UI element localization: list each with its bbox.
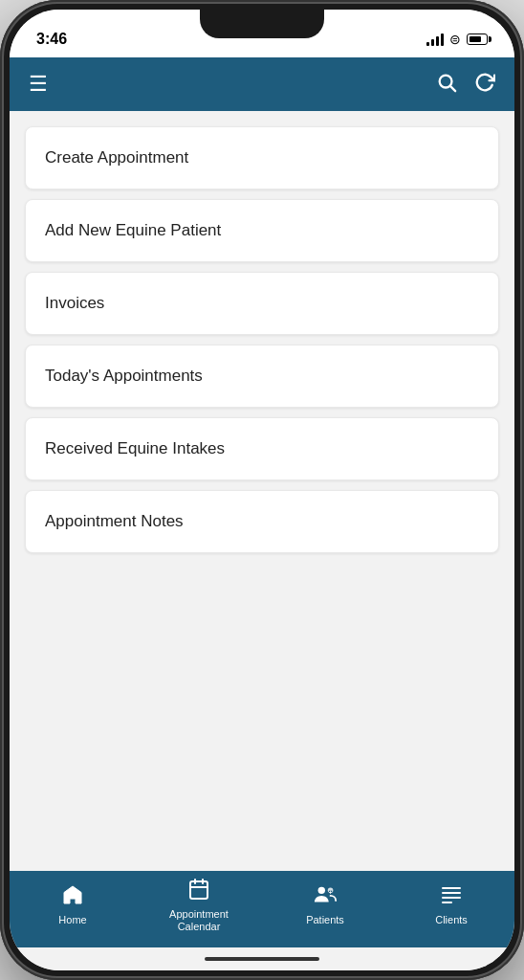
hamburger-menu-icon[interactable]: ☰ bbox=[29, 74, 48, 95]
menu-item-label-create-appointment: Create Appointment bbox=[45, 148, 188, 167]
svg-rect-2 bbox=[190, 881, 207, 899]
menu-item-label-received-equine-intakes: Received Equine Intakes bbox=[45, 439, 225, 457]
menu-item-create-appointment[interactable]: Create Appointment bbox=[25, 126, 499, 189]
nav-item-clients[interactable]: Clients bbox=[388, 883, 514, 926]
menu-item-add-equine-patient[interactable]: Add New Equine Patient bbox=[25, 199, 499, 262]
app-header: ☰ bbox=[10, 57, 514, 111]
bottom-nav: Home AppointmentCalendar bbox=[10, 871, 514, 947]
menu-item-label-todays-appointments: Today's Appointments bbox=[45, 367, 203, 385]
svg-point-6 bbox=[318, 887, 325, 894]
nav-item-home[interactable]: Home bbox=[10, 883, 136, 926]
nav-item-appointment-calendar[interactable]: AppointmentCalendar bbox=[136, 878, 262, 933]
calendar-icon bbox=[187, 878, 210, 904]
nav-item-patients[interactable]: + Patients bbox=[262, 883, 388, 926]
refresh-icon[interactable] bbox=[474, 72, 495, 98]
menu-item-received-equine-intakes[interactable]: Received Equine Intakes bbox=[25, 417, 499, 480]
home-indicator bbox=[10, 947, 514, 970]
status-icons: ⊜ bbox=[426, 32, 488, 47]
menu-item-todays-appointments[interactable]: Today's Appointments bbox=[25, 345, 499, 408]
status-bar: 3:46 ⊜ bbox=[10, 10, 514, 57]
search-icon[interactable] bbox=[436, 72, 457, 98]
notch bbox=[200, 10, 324, 38]
battery-icon bbox=[467, 33, 488, 45]
patients-icon: + bbox=[313, 883, 338, 910]
menu-item-appointment-notes[interactable]: Appointment Notes bbox=[25, 490, 499, 553]
menu-item-label-invoices: Invoices bbox=[45, 294, 104, 312]
nav-label-calendar: AppointmentCalendar bbox=[169, 908, 229, 933]
status-time: 3:46 bbox=[36, 31, 67, 48]
nav-label-patients: Patients bbox=[306, 914, 344, 926]
wifi-icon: ⊜ bbox=[449, 32, 461, 47]
home-icon bbox=[61, 883, 84, 910]
svg-line-1 bbox=[450, 86, 455, 91]
signal-icon bbox=[426, 33, 444, 46]
clients-icon bbox=[440, 883, 463, 910]
nav-label-home: Home bbox=[58, 914, 86, 926]
main-content: Create AppointmentAdd New Equine Patient… bbox=[10, 111, 514, 871]
menu-item-label-appointment-notes: Appointment Notes bbox=[45, 512, 184, 530]
menu-item-invoices[interactable]: Invoices bbox=[25, 272, 499, 335]
nav-label-clients: Clients bbox=[435, 914, 468, 926]
phone-frame: 3:46 ⊜ ☰ bbox=[0, 0, 524, 980]
screen: 3:46 ⊜ ☰ bbox=[10, 10, 514, 970]
svg-text:+: + bbox=[329, 889, 333, 896]
header-actions bbox=[436, 72, 495, 98]
menu-item-label-add-equine-patient: Add New Equine Patient bbox=[45, 221, 221, 239]
home-bar bbox=[205, 957, 319, 961]
